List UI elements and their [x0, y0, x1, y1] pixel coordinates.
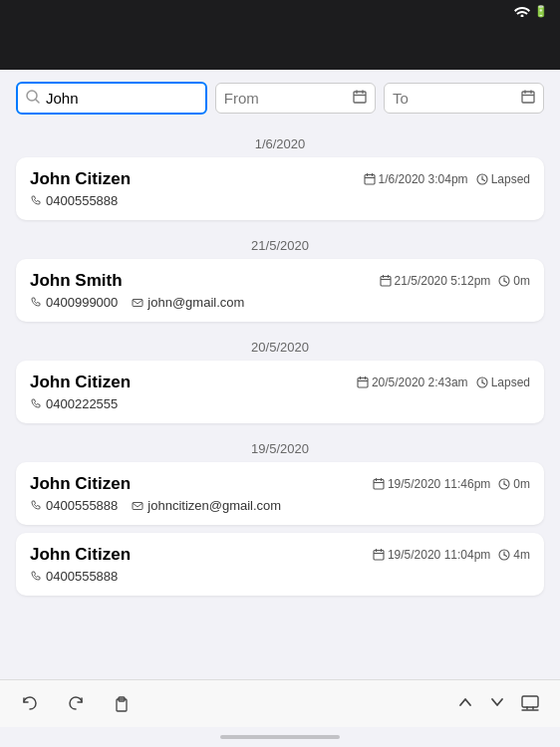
- to-date-input[interactable]: [393, 90, 515, 107]
- clock-icon: [476, 173, 488, 185]
- nav-bar: [0, 22, 560, 70]
- card-top-row: John Citizen 20/5/2020 2:43am Lapsed: [30, 373, 530, 392]
- session-name: John Citizen: [30, 373, 131, 392]
- to-date-box: [384, 83, 544, 114]
- table-row[interactable]: John Citizen 1/6/2020 3:04pm Lapsed 0400…: [16, 157, 544, 220]
- session-datetime: 20/5/2020 2:43am: [372, 375, 468, 389]
- session-datetime: 21/5/2020 5:12pm: [395, 274, 491, 288]
- session-datetime: 1/6/2020 3:04pm: [379, 172, 468, 186]
- card-bottom-row: 0400555888: [30, 569, 530, 584]
- session-date-info: 19/5/2020 11:04pm: [373, 548, 490, 562]
- wifi-icon: [514, 5, 530, 17]
- card-top-row: John Citizen 19/5/2020 11:04pm 4m: [30, 545, 530, 565]
- card-meta-info: 19/5/2020 11:46pm 0m: [373, 477, 530, 491]
- session-name: John Citizen: [30, 169, 131, 189]
- phone-number: 0400555888: [46, 193, 118, 208]
- svg-line-16: [482, 179, 485, 181]
- svg-rect-39: [133, 502, 142, 509]
- search-input[interactable]: [46, 90, 197, 107]
- svg-rect-10: [365, 175, 375, 185]
- from-calendar-icon[interactable]: [353, 90, 367, 107]
- status-bar: 🔋: [0, 0, 560, 22]
- phone-info: 0400555888: [30, 498, 118, 513]
- email-info: john@gmail.com: [132, 295, 244, 310]
- session-duration-info: 0m: [498, 274, 530, 288]
- svg-rect-2: [354, 92, 366, 103]
- clock-icon: [476, 376, 488, 388]
- card-meta-info: 1/6/2020 3:04pm Lapsed: [364, 172, 530, 186]
- paste-button[interactable]: [108, 692, 136, 716]
- svg-line-31: [482, 382, 485, 384]
- session-duration-info: 4m: [498, 548, 530, 562]
- svg-line-1: [36, 100, 39, 103]
- toolbar-left-actions: [16, 692, 136, 716]
- phone-info: 0400555888: [30, 193, 118, 208]
- chevron-up-button[interactable]: [452, 691, 478, 717]
- status-icons: 🔋: [514, 5, 548, 18]
- phone-info: 0400222555: [30, 396, 118, 411]
- chevron-down-button[interactable]: [484, 691, 510, 717]
- clock-icon: [498, 275, 510, 287]
- calendar-icon: [373, 478, 385, 490]
- card-meta-info: 21/5/2020 5:12pm 0m: [380, 274, 530, 288]
- bottom-toolbar: [0, 679, 560, 727]
- phone-number: 0400555888: [46, 498, 118, 513]
- session-duration: 0m: [513, 477, 530, 491]
- card-bottom-row: 0400555888: [30, 193, 530, 208]
- card-meta-info: 20/5/2020 2:43am Lapsed: [357, 375, 530, 389]
- email-address: john@gmail.com: [147, 295, 244, 310]
- card-top-row: John Citizen 1/6/2020 3:04pm Lapsed: [30, 169, 530, 189]
- clock-icon: [498, 478, 510, 490]
- redo-button[interactable]: [62, 692, 90, 716]
- phone-number: 0400222555: [46, 396, 118, 411]
- email-icon: [132, 500, 143, 512]
- calendar-icon: [373, 549, 385, 561]
- session-duration-info: 0m: [498, 477, 530, 491]
- date-section-header: 20/5/2020: [16, 330, 544, 361]
- session-name: John Smith: [30, 271, 123, 291]
- date-section-header: 21/5/2020: [16, 228, 544, 259]
- svg-line-46: [504, 555, 507, 557]
- session-date-info: 20/5/2020 2:43am: [357, 375, 468, 389]
- phone-info: 0400555888: [30, 569, 118, 584]
- session-duration: Lapsed: [491, 172, 530, 186]
- phone-number: 0400999000: [46, 295, 118, 310]
- card-top-row: John Smith 21/5/2020 5:12pm 0m: [30, 271, 530, 291]
- clock-icon: [498, 549, 510, 561]
- phone-icon: [30, 297, 42, 309]
- to-calendar-icon[interactable]: [521, 90, 535, 107]
- home-bar: [220, 735, 340, 739]
- from-date-input[interactable]: [224, 90, 347, 107]
- date-section-header: 1/6/2020: [16, 126, 544, 157]
- table-row[interactable]: John Citizen 19/5/2020 11:46pm 0m 040055…: [16, 462, 544, 525]
- table-row[interactable]: John Citizen 19/5/2020 11:04pm 4m 040055…: [16, 533, 544, 596]
- svg-rect-6: [522, 92, 534, 103]
- session-duration-info: Lapsed: [476, 375, 530, 389]
- session-date-info: 21/5/2020 5:12pm: [380, 274, 491, 288]
- email-address: johncitizen@gmail.com: [147, 498, 281, 513]
- keyboard-dismiss-button[interactable]: [516, 690, 544, 718]
- phone-info: 0400999000: [30, 295, 118, 310]
- table-row[interactable]: John Smith 21/5/2020 5:12pm 0m 040099900…: [16, 259, 544, 322]
- session-date-info: 1/6/2020 3:04pm: [364, 172, 468, 186]
- svg-rect-32: [374, 480, 384, 490]
- phone-number: 0400555888: [46, 569, 118, 584]
- card-bottom-row: 0400555888 johncitizen@gmail.com: [30, 498, 530, 513]
- card-bottom-row: 0400999000 john@gmail.com: [30, 295, 530, 310]
- svg-rect-17: [381, 277, 391, 287]
- svg-line-23: [504, 281, 507, 283]
- phone-icon: [30, 195, 42, 207]
- session-duration: 4m: [513, 548, 530, 562]
- session-duration: Lapsed: [491, 375, 530, 389]
- sessions-scroll-area[interactable]: 1/6/2020John Citizen 1/6/2020 3:04pm Lap…: [0, 126, 560, 679]
- calendar-icon: [357, 376, 369, 388]
- undo-button[interactable]: [16, 692, 44, 716]
- email-info: johncitizen@gmail.com: [132, 498, 281, 513]
- session-duration-info: Lapsed: [476, 172, 530, 186]
- from-date-box: [215, 83, 376, 114]
- svg-line-38: [504, 484, 507, 486]
- home-indicator: [0, 727, 560, 747]
- card-meta-info: 19/5/2020 11:04pm 4m: [373, 548, 530, 562]
- table-row[interactable]: John Citizen 20/5/2020 2:43am Lapsed 040…: [16, 361, 544, 423]
- card-bottom-row: 0400222555: [30, 396, 530, 411]
